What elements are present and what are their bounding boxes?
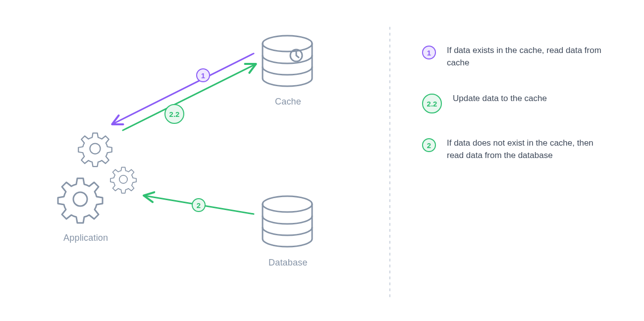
legend-badge-1-number: 1 [427,49,431,57]
badge-step1-number: 1 [201,71,205,80]
legend-badge-2-2-number: 2.2 [427,100,437,108]
legend-badge-2: 2 [422,138,436,152]
application-label: Application [63,233,108,243]
database-icon [263,196,312,247]
legend: 1 If data exists in the cache, read data… [422,45,605,186]
badge-step2-number: 2 [197,201,201,210]
legend-text-2-2: Update data to the cache [453,93,547,105]
svg-point-2 [263,196,312,212]
legend-item: 2.2 Update data to the cache [422,93,605,113]
legend-item: 2 If data does not exist in the cache, t… [422,137,605,161]
legend-badge-2-2: 2.2 [422,94,442,113]
svg-point-3 [73,192,87,206]
badge-step1: 1 [196,68,210,82]
svg-point-6 [119,175,127,183]
application-icon [58,133,136,223]
arrow-step2-2 [123,64,255,130]
diagram-canvas: 1 2.2 2 Application Cache Database 1 If … [0,0,644,321]
legend-badge-1: 1 [422,46,436,59]
badge-step2-2: 2.2 [164,104,184,124]
badge-step2-2-number: 2.2 [169,110,180,118]
badge-step2: 2 [192,198,206,212]
legend-text-2: If data does not exist in the cache, the… [447,137,605,161]
legend-item: 1 If data exists in the cache, read data… [422,45,605,69]
legend-text-1: If data exists in the cache, read data f… [447,45,605,69]
database-label: Database [268,258,308,268]
svg-point-4 [64,183,96,215]
legend-badge-2-number: 2 [427,141,431,150]
svg-point-5 [90,144,101,154]
cache-icon [263,36,312,86]
svg-point-0 [263,36,312,52]
cache-label: Cache [275,97,301,107]
